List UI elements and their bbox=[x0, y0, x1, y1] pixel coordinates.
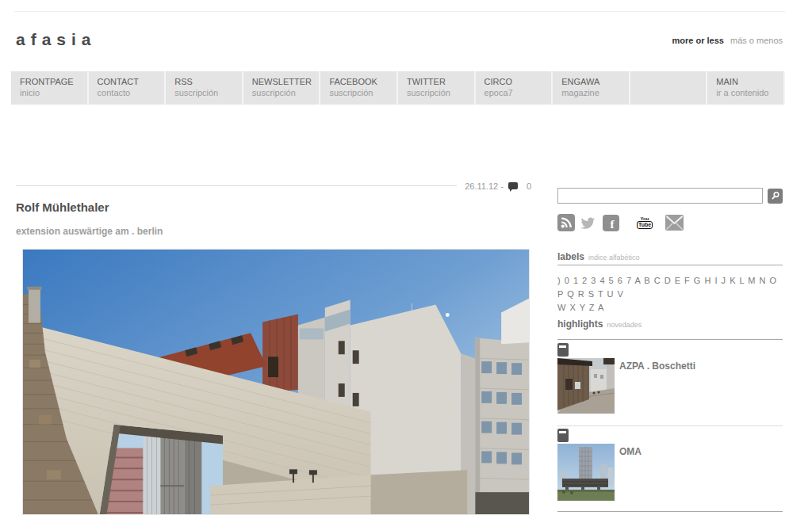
nav-item-newsletter[interactable]: NEWSLETTER suscripción bbox=[243, 71, 321, 105]
label-index-line2[interactable]: W X Y Z A bbox=[557, 301, 783, 315]
tagline-spanish: más o menos bbox=[730, 36, 783, 45]
label-tag-icon bbox=[557, 429, 569, 442]
nav-item-twitter[interactable]: TWITTER suscripción bbox=[398, 71, 476, 105]
rss-icon[interactable] bbox=[557, 214, 575, 231]
top-divider bbox=[14, 11, 785, 12]
date-divider bbox=[16, 185, 457, 186]
labels-divider bbox=[557, 265, 783, 265]
oma-thumbnail[interactable] bbox=[557, 444, 615, 501]
nav-item-facebook[interactable]: FACEBOOK suscripción bbox=[320, 71, 398, 105]
comment-bubble-icon[interactable] bbox=[508, 182, 518, 189]
post-date: 26.11.12 - bbox=[465, 181, 504, 191]
highlight-item-oma[interactable]: OMA bbox=[557, 444, 783, 501]
youtube-icon[interactable]: You Tube bbox=[637, 215, 653, 231]
sidebar-bottom-divider bbox=[557, 511, 783, 512]
sidebar: f You Tube labelsindice alfabético ) 0 1… bbox=[557, 188, 783, 515]
post-image[interactable] bbox=[22, 249, 530, 515]
labels-subtitle: indice alfabético bbox=[588, 254, 640, 261]
search-bar bbox=[557, 188, 783, 204]
highlights-subtitle: novedades bbox=[607, 321, 642, 329]
post-meta-row: 26.11.12 - 0 bbox=[16, 181, 531, 191]
azpa-thumbnail[interactable] bbox=[557, 358, 615, 414]
nav-item-engawa[interactable]: ENGAWA magazine bbox=[553, 71, 630, 105]
nav-item-circo[interactable]: CIRCO epoca7 bbox=[476, 71, 553, 105]
label-index[interactable]: ) 0 1 2 3 4 5 6 7 A B C D E F G H I J K … bbox=[557, 274, 783, 315]
label-index-line1[interactable]: ) 0 1 2 3 4 5 6 7 A B C D E F G H I J K … bbox=[557, 274, 783, 301]
site-tagline: more or less más o menos bbox=[672, 36, 783, 45]
afasia-blog-page: afasia more or less más o menos FRONTPAG… bbox=[0, 0, 812, 515]
post-subtitle: extension auswärtige am . berlin bbox=[16, 226, 531, 237]
social-icons-row: f You Tube bbox=[557, 213, 684, 232]
nav-item-frontpage[interactable]: FRONTPAGE inicio bbox=[11, 71, 89, 105]
highlight-item-azpa[interactable]: AZPA . Boschetti bbox=[557, 358, 783, 414]
post-column: 26.11.12 - 0 Rolf Mühlethaler extension … bbox=[16, 181, 531, 237]
nav-item-empty bbox=[630, 71, 708, 105]
label-tag-icon bbox=[557, 343, 569, 357]
email-icon[interactable] bbox=[665, 215, 684, 231]
highlight-title[interactable]: AZPA . Boschetti bbox=[619, 360, 695, 372]
highlight-item-divider bbox=[557, 425, 783, 426]
highlights-divider bbox=[557, 339, 783, 340]
tagline-english: more or less bbox=[672, 36, 723, 45]
architecture-photo-illustration bbox=[23, 250, 529, 514]
highlights-heading: highlightsnovedades bbox=[557, 319, 642, 330]
main-navbar: FRONTPAGE inicio CONTACT contacto RSS su… bbox=[11, 71, 785, 105]
search-icon bbox=[771, 191, 780, 200]
nav-item-rss[interactable]: RSS suscripción bbox=[166, 71, 243, 105]
site-logo[interactable]: afasia bbox=[16, 30, 97, 49]
post-title[interactable]: Rolf Mühlethaler bbox=[16, 200, 531, 214]
facebook-icon[interactable]: f bbox=[603, 215, 619, 231]
nav-item-main[interactable]: MAIN ir a contenido bbox=[707, 71, 785, 105]
twitter-icon[interactable] bbox=[580, 216, 596, 230]
highlight-title[interactable]: OMA bbox=[619, 446, 642, 457]
nav-item-contact[interactable]: CONTACT contacto bbox=[89, 71, 167, 105]
search-button[interactable] bbox=[768, 189, 783, 204]
comment-count[interactable]: 0 bbox=[527, 181, 531, 191]
labels-heading: labelsindice alfabético bbox=[557, 251, 640, 262]
search-input[interactable] bbox=[557, 188, 763, 204]
